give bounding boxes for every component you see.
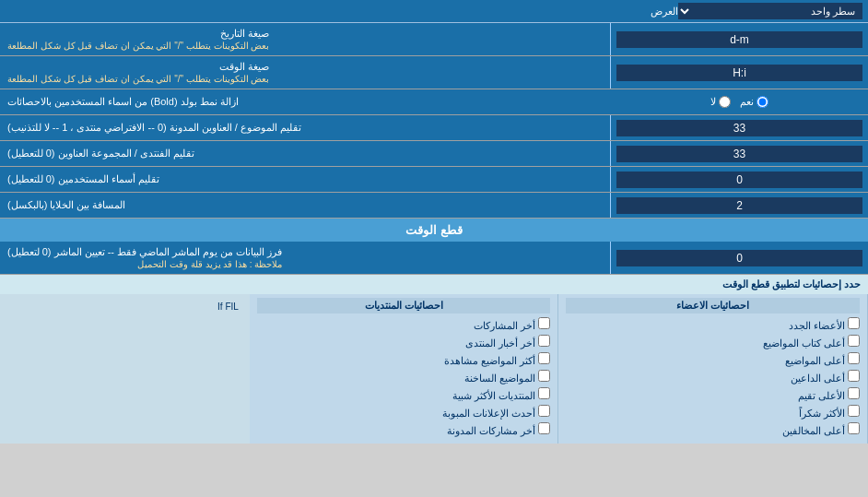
top-moderators-checkbox[interactable] (848, 422, 860, 434)
time-format-label: صيغة الوقت بعض التكوينات يتطلب "/" التي … (0, 56, 610, 89)
stats-forums-col: احصائيات المنتديات أخر المشاركات أخر أخب… (250, 294, 559, 444)
time-format-input-container (610, 56, 868, 89)
bold-remove-radio-container: نعم لا (610, 89, 868, 114)
noted-posts-checkbox[interactable] (538, 422, 550, 434)
forum-group-row: تقليم الفنتدى / المجموعة العناوين (0 للت… (0, 141, 868, 167)
checkbox-top-moderators: أعلى المخالفين (566, 422, 860, 437)
cutoff-section-header: قطع الوقت (0, 219, 868, 242)
checkbox-most-viewed: أكثر المواضيع مشاهدة (257, 352, 551, 367)
cutoff-days-input[interactable] (616, 250, 862, 266)
cell-spacing-row: المسافة بين الخلايا (بالبكسل) (0, 193, 868, 219)
last-posts-checkbox[interactable] (538, 317, 550, 329)
cell-spacing-input-container (610, 193, 868, 218)
forum-group-input-container (610, 141, 868, 166)
new-members-checkbox[interactable] (848, 317, 860, 329)
similar-forums-checkbox[interactable] (538, 387, 550, 399)
stats-right-col: If FIL (0, 294, 250, 444)
topics-titles-label: تقليم الموضوع / العناوين المدونة (0 -- ا… (0, 115, 610, 140)
cell-spacing-input[interactable] (616, 197, 862, 214)
checkbox-similar-forums: المنتديات الأكثر شبية (257, 387, 551, 402)
bottom-right-text: If FIL (7, 298, 242, 315)
top-posters2-checkbox[interactable] (848, 352, 860, 364)
define-stats-row: حدد إحصائيات لتطبيق قطع الوقت (0, 275, 868, 294)
most-thanked-checkbox[interactable] (848, 405, 860, 417)
usernames-trim-row: تقليم أسماء المستخدمين (0 للتعطيل) (0, 167, 868, 193)
bottom-section: احصائيات الاعضاء الأعضاء الجدد أعلى كتاب… (0, 294, 868, 444)
checkbox-recent-ads: أحدث الإعلانات المبوبة (257, 405, 551, 420)
date-format-row: صيغة التاريخ بعض التكوينات يتطلب "/" الت… (0, 23, 868, 56)
recent-topics-checkbox[interactable] (538, 370, 550, 382)
stats-members-header: احصائيات الاعضاء (566, 298, 860, 314)
date-format-input-container (610, 23, 868, 55)
checkbox-top-posters2: أعلى المواضيع (566, 352, 860, 367)
cell-spacing-label: المسافة بين الخلايا (بالبكسل) (0, 193, 610, 218)
checkbox-forum-news: أخر أخبار المنتدى (257, 335, 551, 349)
topics-titles-input-container (610, 115, 868, 140)
time-format-row: صيغة الوقت بعض التكوينات يتطلب "/" التي … (0, 56, 868, 89)
main-container: العرض سطر واحدسطرينثلاثة أسطر صيغة التار… (0, 0, 868, 444)
forum-group-label: تقليم الفنتدى / المجموعة العناوين (0 للت… (0, 141, 610, 166)
forum-group-input[interactable] (616, 146, 862, 162)
active-members-checkbox[interactable] (848, 370, 860, 382)
stats-forums-header: احصائيات المنتديات (257, 298, 551, 314)
checkbox-most-thanked: الأكثر شكراً (566, 405, 860, 420)
checkbox-active-members: أعلى الداعين (566, 370, 860, 385)
date-format-label: صيغة التاريخ بعض التكوينات يتطلب "/" الت… (0, 23, 610, 55)
recent-ads-checkbox[interactable] (538, 405, 550, 417)
display-mode-select[interactable]: سطر واحدسطرينثلاثة أسطر (678, 3, 862, 19)
forum-news-checkbox[interactable] (538, 335, 550, 347)
radio-yes-label[interactable]: نعم (740, 96, 768, 108)
checkbox-top-posters: أعلى كتاب المواضيع (566, 335, 860, 349)
topics-titles-row: تقليم الموضوع / العناوين المدونة (0 -- ا… (0, 115, 868, 141)
top-bar: العرض سطر واحدسطرينثلاثة أسطر (0, 0, 868, 23)
date-format-input[interactable] (616, 31, 862, 48)
checkbox-last-posts: أخر المشاركات (257, 317, 551, 332)
time-format-input[interactable] (616, 65, 862, 81)
radio-no-label[interactable]: لا (710, 96, 731, 108)
stats-members-col: احصائيات الاعضاء الأعضاء الجدد أعلى كتاب… (558, 294, 868, 444)
most-viewed-checkbox[interactable] (538, 352, 550, 364)
checkbox-recent-topics: المواضيع الساخنة (257, 370, 551, 385)
top-bar-label: العرض (6, 6, 678, 18)
cutoff-days-input-container (610, 242, 868, 274)
usernames-trim-label: تقليم أسماء المستخدمين (0 للتعطيل) (0, 167, 610, 192)
cutoff-days-row: فرز البيانات من يوم الماشر الماضي فقط --… (0, 242, 868, 275)
top-posters-checkbox[interactable] (848, 335, 860, 347)
bold-remove-label: ازالة نمط بولد (Bold) من اسماء المستخدمي… (0, 89, 610, 114)
topics-titles-input[interactable] (616, 120, 862, 136)
cutoff-days-label: فرز البيانات من يوم الماشر الماضي فقط --… (0, 242, 610, 274)
radio-no[interactable] (719, 96, 731, 108)
checkbox-new-members: الأعضاء الجدد (566, 317, 860, 332)
bold-remove-row: ازالة نمط بولد (Bold) من اسماء المستخدمي… (0, 89, 868, 115)
usernames-trim-input-container (610, 167, 868, 192)
checkbox-noted-posts: أخر مشاركات المدونة (257, 422, 551, 437)
radio-yes[interactable] (757, 96, 768, 108)
usernames-trim-input[interactable] (616, 172, 862, 188)
top-rated-checkbox[interactable] (848, 387, 860, 399)
checkbox-top-rated: الأعلى تقيم (566, 387, 860, 402)
